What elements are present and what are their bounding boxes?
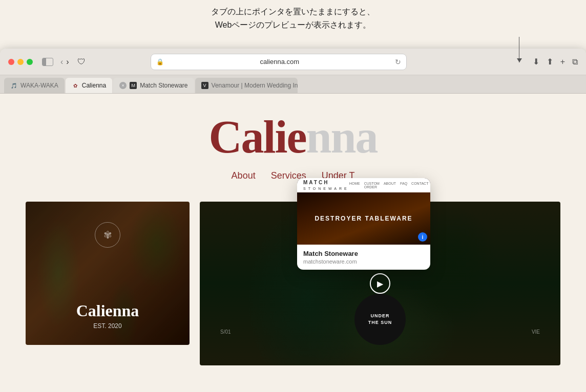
- lock-icon: 🔒: [156, 58, 164, 66]
- calienna-card-est: EST. 2020: [26, 322, 190, 330]
- annotation-text: タブの上にポインタを置いたままにすると、 Webページのプレビューが表示されます…: [0, 5, 586, 31]
- new-tab-icon[interactable]: +: [560, 57, 565, 67]
- tab-preview-popup: MATCH STONEWARE HOME CUSTOM ORDER ABOUT …: [297, 178, 430, 270]
- calienna-nav-about[interactable]: About: [232, 170, 256, 181]
- calienna-website: Calienna About Services Under T ✾ Calien…: [0, 94, 586, 392]
- preview-url: matchstoneware.com: [303, 258, 424, 265]
- reload-icon[interactable]: ↻: [395, 58, 401, 66]
- preview-title: Match Stoneware: [303, 250, 424, 257]
- tab-label-calienna: Calienna: [82, 82, 106, 89]
- close-button[interactable]: [8, 59, 14, 65]
- s01-label: S/01: [220, 329, 231, 335]
- match-mini-logo: MATCH STONEWARE: [303, 180, 349, 191]
- tab-close-match[interactable]: ×: [119, 82, 127, 89]
- tabs-overview-icon[interactable]: ⧉: [572, 57, 578, 67]
- side-labels: S/01 VIE: [200, 329, 560, 335]
- traffic-lights: [8, 59, 33, 65]
- match-mini-nav: HOME CUSTOM ORDER ABOUT FAQ CONTACT CARE…: [349, 182, 430, 189]
- back-button[interactable]: ‹: [60, 58, 63, 66]
- calienna-card-logo: Calienna: [26, 301, 190, 320]
- share-icon[interactable]: ⬆: [547, 57, 553, 67]
- browser-window: ‹ › 🛡 🔒 calienna.com ↻ ⬇ ⬆ + ⧉ 🎵 WAKA-WA…: [0, 49, 586, 392]
- tab-label-waka: WAKA-WAKA: [20, 82, 58, 89]
- forward-button[interactable]: ›: [66, 58, 69, 66]
- maximize-button[interactable]: [27, 59, 33, 65]
- tab-favicon-venamour: V: [201, 82, 208, 89]
- preview-image: MATCH STONEWARE HOME CUSTOM ORDER ABOUT …: [297, 178, 430, 245]
- tab-venamour[interactable]: V Venamour | Modern Wedding Invitations: [195, 78, 298, 93]
- page-content: Calienna About Services Under T ✾ Calien…: [0, 94, 586, 392]
- tab-favicon-calienna: ✿: [72, 82, 79, 89]
- match-mini-header: MATCH STONEWARE HOME CUSTOM ORDER ABOUT …: [297, 178, 430, 192]
- match-mini-content: DESTROYER TABLEWARE i: [297, 192, 430, 245]
- calienna-emblem: ✾: [95, 222, 120, 248]
- tabs-bar: 🎵 WAKA-WAKA ✿ Calienna × M Match Stonewa…: [0, 75, 586, 94]
- tab-calienna[interactable]: ✿ Calienna: [66, 78, 112, 93]
- tab-waka-waka[interactable]: 🎵 WAKA-WAKA: [4, 78, 65, 93]
- calienna-card: ✾ Calienna EST. 2020: [26, 202, 190, 345]
- tab-label-match: Match Stoneware: [140, 82, 187, 89]
- url-text: calienna.com: [167, 58, 392, 66]
- match-mini-hero-text: DESTROYER TABLEWARE: [315, 215, 412, 222]
- toolbar-right: ⬇ ⬆ + ⧉: [533, 57, 578, 67]
- annotation-arrow: [519, 37, 519, 62]
- tab-favicon-match: M: [130, 82, 137, 89]
- calienna-card-overlay: Calienna EST. 2020: [26, 301, 190, 330]
- preview-info: Match Stoneware matchstoneware.com: [297, 245, 430, 270]
- calienna-logo: Calienna: [208, 114, 377, 160]
- under-the-sun-circle: UNDER THE SUN: [354, 294, 406, 345]
- tab-label-venamour: Venamour | Modern Wedding Invitations: [212, 82, 298, 89]
- title-bar: ‹ › 🛡 🔒 calienna.com ↻ ⬇ ⬆ + ⧉: [0, 49, 586, 75]
- play-button[interactable]: ▶: [370, 273, 390, 294]
- shield-icon: 🛡: [77, 57, 86, 67]
- match-mini-badge: i: [418, 232, 427, 242]
- sidebar-toggle-button[interactable]: [42, 58, 53, 66]
- tab-favicon-waka: 🎵: [10, 82, 17, 89]
- vie-label: VIE: [532, 329, 540, 335]
- calienna-nav-area: Calienna About Services Under T: [0, 94, 586, 191]
- tab-match-stoneware[interactable]: × M Match Stoneware: [113, 78, 194, 93]
- minimize-button[interactable]: [17, 59, 24, 65]
- address-bar[interactable]: 🔒 calienna.com ↻: [151, 54, 407, 70]
- download-icon[interactable]: ⬇: [533, 57, 539, 67]
- nav-arrows: ‹ ›: [60, 58, 69, 66]
- images-area: ✾ Calienna EST. 2020 AZE ▶: [0, 191, 586, 376]
